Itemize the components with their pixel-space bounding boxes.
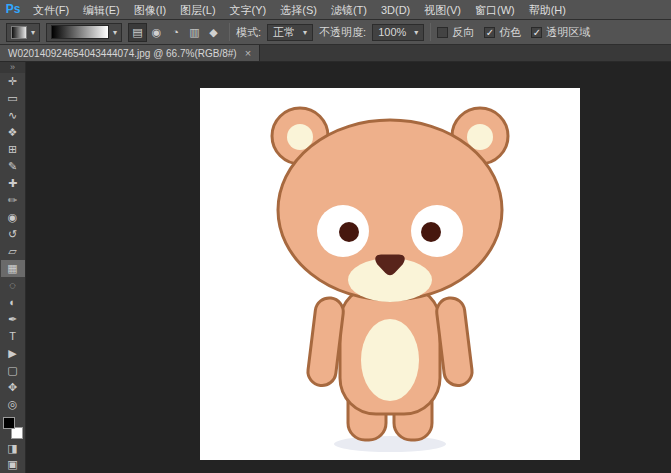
bear-left-pupil: [339, 222, 359, 242]
eraser-tool[interactable]: ▱: [1, 243, 25, 260]
options-separator: [430, 23, 431, 41]
menu-item-edit[interactable]: 编辑(E): [76, 4, 127, 16]
crop-tool-icon: ⊞: [8, 144, 17, 155]
hand-tool-icon: ✥: [8, 382, 17, 393]
foreground-color-swatch[interactable]: [3, 417, 15, 429]
gradient-tool-icon: ▦: [7, 263, 17, 274]
opacity-input[interactable]: 100% ▾: [372, 24, 424, 41]
bear-right-pupil: [421, 222, 441, 242]
move-tool-icon: ✛: [8, 76, 17, 87]
gradient-preview: [51, 25, 109, 39]
quick-mask-button[interactable]: ◨: [1, 441, 25, 457]
menu-item-layer[interactable]: 图层(L): [173, 4, 222, 16]
move-tool[interactable]: ✛: [1, 73, 25, 90]
collapse-panel-icon[interactable]: »: [0, 62, 25, 73]
transparency-checkbox-box[interactable]: ✓: [531, 27, 542, 38]
reverse-checkbox-box[interactable]: [437, 27, 448, 38]
zoom-tool[interactable]: ◎: [1, 396, 25, 413]
canvas-area[interactable]: [26, 62, 671, 473]
eraser-tool-icon: ▱: [8, 246, 16, 257]
transparency-checkbox[interactable]: ✓透明区域: [531, 25, 590, 40]
zoom-tool-icon: ◎: [8, 399, 18, 410]
bear-ground-shadow: [334, 436, 446, 452]
menu-item-view[interactable]: 视图(V): [417, 4, 468, 16]
spot-healing-brush-tool[interactable]: ✚: [1, 175, 25, 192]
workspace: » ✛▭∿❖⊞✎✚✏◉↺▱▦◌◐✒T▶▢✥◎ ◨ ▣: [0, 62, 671, 473]
reflected-gradient-button[interactable]: ▥: [185, 23, 204, 42]
close-icon[interactable]: ×: [245, 47, 251, 59]
tools-panel: » ✛▭∿❖⊞✎✚✏◉↺▱▦◌◐✒T▶▢✥◎ ◨ ▣: [0, 62, 26, 473]
dither-checkbox-label: 仿色: [499, 25, 521, 40]
blur-tool[interactable]: ◌: [1, 277, 25, 294]
angle-gradient-button[interactable]: ◔: [166, 23, 185, 42]
hand-tool[interactable]: ✥: [1, 379, 25, 396]
photoshop-window: Ps 文件(F)编辑(E)图像(I)图层(L)文字(Y)选择(S)滤镜(T)3D…: [0, 0, 671, 473]
radial-gradient-button[interactable]: ◉: [147, 23, 166, 42]
eyedropper-tool[interactable]: ✎: [1, 158, 25, 175]
tool-preset-picker[interactable]: ▾: [6, 23, 40, 42]
blend-mode-label: 模式:: [236, 25, 261, 40]
brush-tool[interactable]: ✏: [1, 192, 25, 209]
history-brush-tool-icon: ↺: [8, 229, 17, 240]
diamond-gradient-button[interactable]: ◆: [204, 23, 223, 42]
rectangular-marquee-tool-icon: ▭: [7, 93, 17, 104]
brush-tool-icon: ✏: [8, 195, 17, 206]
reverse-checkbox[interactable]: 反向: [437, 25, 474, 40]
chevron-down-icon: ▾: [113, 28, 117, 37]
rectangle-tool[interactable]: ▢: [1, 362, 25, 379]
menu-bar: Ps 文件(F)编辑(E)图像(I)图层(L)文字(Y)选择(S)滤镜(T)3D…: [0, 0, 671, 20]
screen-mode-button[interactable]: ▣: [1, 457, 25, 473]
gradient-tool-icon: [11, 26, 27, 39]
chevron-down-icon: ▾: [414, 28, 418, 37]
color-swatches: [3, 417, 23, 438]
gradient-option-checkboxes: 反向✓仿色✓透明区域: [437, 25, 600, 40]
pen-tool-icon: ✒: [8, 314, 17, 325]
menu-items: 文件(F)编辑(E)图像(I)图层(L)文字(Y)选择(S)滤镜(T)3D(D)…: [26, 0, 573, 20]
menu-item-help[interactable]: 帮助(H): [522, 4, 573, 16]
lasso-tool[interactable]: ∿: [1, 107, 25, 124]
options-bar: ▾ ▾ ▤◉◔▥◆ 模式: 正常 ▾ 不透明度: 100% ▾ 反向✓仿色✓透明…: [0, 20, 671, 45]
quick-selection-tool-icon: ❖: [8, 127, 18, 138]
linear-gradient-button[interactable]: ▤: [128, 23, 147, 42]
blur-tool-icon: ◌: [9, 280, 16, 291]
menu-item-type[interactable]: 文字(Y): [223, 4, 274, 16]
dither-checkbox[interactable]: ✓仿色: [484, 25, 521, 40]
document-tab[interactable]: W020140924654043444074.jpg @ 66.7%(RGB/8…: [0, 45, 260, 61]
document-tab-title: W020140924654043444074.jpg @ 66.7%(RGB/8…: [8, 48, 237, 59]
gradient-type-buttons: ▤◉◔▥◆: [128, 23, 223, 42]
crop-tool[interactable]: ⊞: [1, 141, 25, 158]
rectangle-tool-icon: ▢: [7, 365, 17, 376]
horizontal-type-tool-icon: T: [9, 331, 16, 342]
clone-stamp-tool[interactable]: ◉: [1, 209, 25, 226]
menu-item-file[interactable]: 文件(F): [26, 4, 76, 16]
menu-item-3d[interactable]: 3D(D): [374, 4, 417, 16]
path-selection-tool-icon: ▶: [8, 348, 16, 359]
horizontal-type-tool[interactable]: T: [1, 328, 25, 345]
reverse-checkbox-label: 反向: [452, 25, 474, 40]
gradient-tool[interactable]: ▦: [1, 260, 25, 277]
blend-mode-select[interactable]: 正常 ▾: [267, 24, 313, 41]
eyedropper-tool-icon: ✎: [8, 161, 17, 172]
photoshop-logo[interactable]: Ps: [0, 0, 26, 19]
dodge-tool[interactable]: ◐: [1, 294, 25, 311]
menu-item-window[interactable]: 窗口(W): [468, 4, 522, 16]
spot-healing-brush-tool-icon: ✚: [8, 178, 17, 189]
clone-stamp-tool-icon: ◉: [8, 212, 18, 223]
gradient-picker[interactable]: ▾: [46, 23, 122, 42]
quick-mask-icon: ◨: [7, 443, 17, 454]
menu-item-filter[interactable]: 滤镜(T): [324, 4, 374, 16]
pen-tool[interactable]: ✒: [1, 311, 25, 328]
document-tab-bar: W020140924654043444074.jpg @ 66.7%(RGB/8…: [0, 45, 671, 62]
lasso-tool-icon: ∿: [8, 110, 17, 121]
menu-item-select[interactable]: 选择(S): [273, 4, 324, 16]
rectangular-marquee-tool[interactable]: ▭: [1, 90, 25, 107]
screen-mode-icon: ▣: [7, 459, 17, 470]
document-canvas[interactable]: [200, 88, 580, 460]
menu-item-image[interactable]: 图像(I): [127, 4, 173, 16]
quick-selection-tool[interactable]: ❖: [1, 124, 25, 141]
path-selection-tool[interactable]: ▶: [1, 345, 25, 362]
dodge-tool-icon: ◐: [9, 297, 16, 308]
chevron-down-icon: ▾: [31, 28, 35, 37]
history-brush-tool[interactable]: ↺: [1, 226, 25, 243]
dither-checkbox-box[interactable]: ✓: [484, 27, 495, 38]
